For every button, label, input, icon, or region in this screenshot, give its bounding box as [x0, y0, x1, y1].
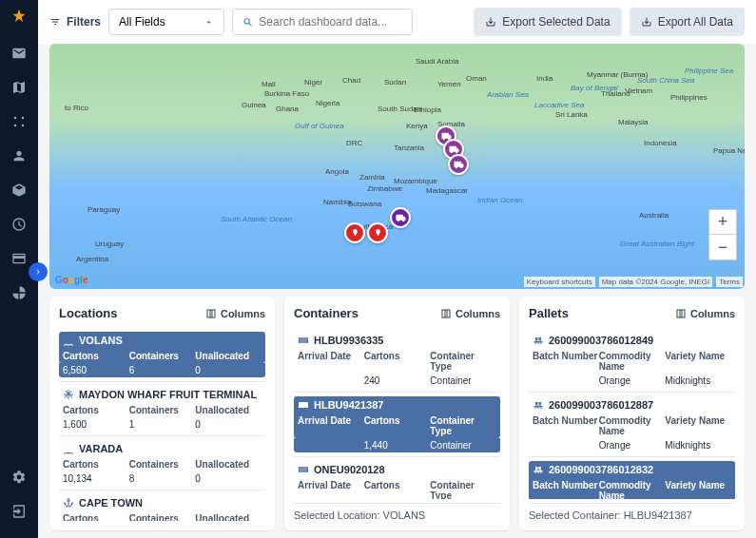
item-title[interactable]: MAYDON WHARF FRUIT TERMINAL [59, 386, 265, 403]
map-marker[interactable] [448, 154, 469, 175]
sidebar-item-chart[interactable] [4, 278, 34, 308]
map-attr-terms[interactable]: Terms [716, 277, 743, 287]
containers-item[interactable]: HLBU9936335Arrival DateCartonsContainer … [294, 328, 500, 393]
fields-select[interactable]: All Fields [108, 9, 224, 35]
columns-button[interactable]: Columns [440, 308, 500, 319]
map-label: South Atlantic Ocean [221, 215, 292, 223]
sidebar-item-network[interactable] [4, 106, 34, 137]
export-selected-button[interactable]: Export Selected Data [474, 8, 621, 36]
map-label: Philippines [670, 93, 708, 102]
filters-label: Filters [67, 15, 101, 29]
map-marker[interactable] [367, 222, 388, 243]
map-label: Papua New Guinea [713, 146, 745, 155]
item-title[interactable]: CAPE TOWN [59, 494, 265, 511]
svg-rect-40 [535, 467, 538, 471]
map-zoom-controls: + − [708, 209, 737, 260]
map-label: Ghana [276, 105, 299, 113]
locations-item[interactable]: VARADACartonsContainersUnallocated10,134… [59, 436, 265, 490]
sidebar-item-inbox[interactable] [4, 38, 34, 68]
col-value: 8 [129, 473, 196, 484]
search-icon [242, 16, 254, 29]
svg-point-3 [22, 125, 25, 127]
map-label: Great Australian Bight [620, 240, 694, 248]
sidebar-item-logout[interactable] [4, 496, 34, 527]
col-label: Batch Number [533, 351, 599, 372]
col-value: 0 [195, 419, 262, 430]
sidebar-item-settings[interactable] [4, 462, 34, 492]
item-name: VOLANS [79, 335, 123, 346]
locations-item[interactable]: MAYDON WHARF FRUIT TERMINALCartonsContai… [59, 382, 265, 436]
columns-button[interactable]: Columns [205, 308, 265, 319]
sidebar-item-cube[interactable] [4, 175, 34, 205]
svg-rect-38 [538, 472, 539, 474]
map-marker[interactable] [390, 207, 411, 228]
col-label: Cartons [364, 415, 431, 436]
item-title[interactable]: VOLANS [59, 332, 265, 349]
locations-item[interactable]: CAPE TOWNCartonsContainersUnallocated4,8… [59, 490, 265, 521]
pallets-item[interactable]: 260099003786012832Batch NumberCommodity … [529, 457, 735, 499]
col-label: Containers [129, 405, 196, 415]
col-label: Container Type [430, 415, 496, 436]
svg-rect-27 [541, 343, 542, 345]
map-label: Indian Ocean [477, 196, 523, 204]
col-label: Container Type [430, 351, 496, 372]
export-all-button[interactable]: Export All Data [630, 8, 745, 36]
col-value: Midknights [665, 440, 731, 451]
pallets-item[interactable]: 260099003786012887Batch NumberCommodity … [529, 393, 735, 457]
search-input[interactable] [259, 15, 401, 29]
svg-point-2 [14, 125, 17, 127]
map-label: Yemen [437, 80, 461, 88]
item-title[interactable]: ONEU9020128 [294, 461, 500, 478]
containers-item[interactable]: ONEU9020128Arrival DateCartonsContainer … [294, 457, 500, 499]
locations-item[interactable]: VOLANSCartonsContainersUnallocated6,5606… [59, 328, 265, 382]
map-label: South China Sea [637, 76, 695, 85]
col-label: Cartons [63, 405, 129, 415]
item-title[interactable]: 260099003786012832 [529, 461, 735, 478]
sidebar-toggle-button[interactable] [29, 262, 48, 281]
svg-rect-29 [539, 337, 542, 341]
col-label: Cartons [63, 513, 129, 521]
col-value: Midknights [665, 375, 731, 386]
item-title[interactable]: HLBU9936335 [294, 332, 500, 349]
map-label: Burkina Faso [264, 89, 309, 98]
zoom-out-button[interactable]: − [709, 235, 736, 259]
item-name: ONEU9020128 [314, 464, 385, 475]
containers-item[interactable]: HLBU9421387Arrival DateCartonsContainer … [294, 393, 500, 457]
map-label: Zambia [359, 173, 385, 182]
map-label: Australia [639, 211, 669, 220]
col-value [533, 375, 599, 386]
col-label: Containers [129, 351, 196, 361]
map-label: Mali [262, 80, 276, 88]
containers-panel: Containers Columns HLBU9936335Arrival Da… [284, 297, 510, 530]
panel-footer: Selected Location: VOLANS [294, 503, 500, 521]
sidebar [0, 0, 38, 538]
item-name: 260099003786012832 [549, 464, 653, 475]
pallet-icon [533, 335, 544, 346]
svg-rect-37 [535, 472, 536, 474]
map-label: DRC [346, 139, 362, 147]
filters-button[interactable]: Filters [49, 15, 101, 29]
item-title[interactable]: 260099003786012849 [529, 332, 735, 349]
col-value: 6 [129, 365, 196, 375]
col-value: Orange [599, 375, 666, 386]
anchor-icon [63, 497, 74, 509]
map-label: Laccadive Sea [534, 101, 584, 109]
map-marker[interactable] [344, 222, 365, 243]
sidebar-item-users[interactable] [4, 141, 34, 171]
item-title[interactable]: HLBU9421387 [294, 396, 500, 413]
svg-rect-33 [541, 408, 542, 410]
item-title[interactable]: VARADA [59, 440, 265, 457]
item-title[interactable]: 260099003786012887 [529, 396, 735, 413]
map[interactable]: to RicoGuineaGhanaNigeriaMaliNigerChadBu… [49, 44, 745, 289]
map-label: Gulf of Guinea [295, 122, 344, 130]
map-attr-shortcuts[interactable]: Keyboard shortcuts [524, 277, 595, 287]
col-label: Arrival Date [298, 480, 364, 499]
zoom-in-button[interactable]: + [709, 210, 736, 235]
sidebar-item-gauge[interactable] [4, 209, 34, 240]
columns-button[interactable]: Columns [675, 308, 735, 319]
sidebar-item-map[interactable] [4, 72, 34, 103]
pallets-item[interactable]: 260099003786012849Batch NumberCommodity … [529, 328, 735, 393]
search-box[interactable] [232, 9, 413, 35]
columns-icon [675, 308, 687, 319]
map-label: Kenya [406, 122, 428, 130]
